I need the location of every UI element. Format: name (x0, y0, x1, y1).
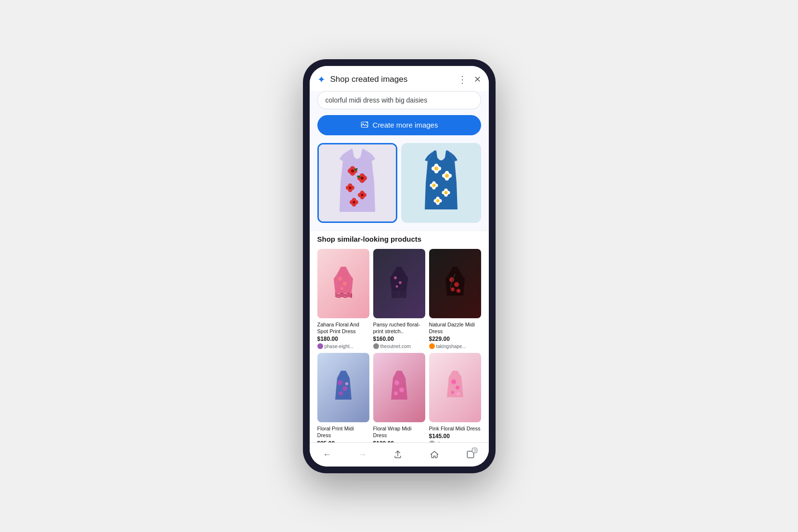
svg-point-43 (434, 167, 438, 170)
product-name-6: Pink Floral Midi Dress (429, 425, 481, 432)
svg-point-84 (339, 391, 343, 395)
products-grid: Zahara Floral And Spot Print Dress $180.… (310, 249, 489, 442)
svg-point-80 (451, 287, 455, 291)
dress-image-blue (401, 143, 481, 223)
product-name-1: Zahara Floral And Spot Print Dress (317, 321, 369, 335)
phone-screen: ✦ Shop created images ⋮ ✕ colorful midi … (310, 66, 489, 467)
product-name-3: Natural Dazzle Midi Dress (429, 321, 481, 335)
svg-point-65 (444, 191, 447, 194)
forward-button[interactable]: → (354, 448, 370, 462)
product-card-5[interactable]: Floral Wrap Midi Dress $120.00 store... (373, 353, 425, 442)
svg-point-87 (399, 388, 404, 392)
product-price-1: $180.00 (317, 336, 369, 342)
product-card-1[interactable]: Zahara Floral And Spot Print Dress $180.… (317, 249, 369, 350)
product-price-3: $229.00 (429, 336, 481, 342)
product-card-2[interactable]: Pansy ruched floral-print stretch.. $160… (373, 249, 425, 350)
share-icon (393, 450, 403, 459)
svg-point-74 (340, 287, 343, 290)
search-input[interactable]: colorful midi dress with big daisies (317, 91, 481, 109)
svg-point-86 (394, 380, 399, 385)
create-more-images-button[interactable]: Create more images (317, 115, 481, 135)
bottom-nav: ← → (310, 442, 489, 467)
svg-point-89 (451, 379, 456, 384)
product-price-6: $145.00 (429, 433, 481, 440)
tabs-button[interactable]: 3 (462, 448, 479, 461)
product-source-1: phase-eight... (317, 343, 369, 349)
svg-point-79 (454, 282, 459, 287)
svg-point-53 (445, 174, 449, 178)
close-button[interactable]: ✕ (474, 74, 481, 85)
svg-point-7 (351, 169, 354, 172)
product-card-6[interactable]: Pink Floral Midi Dress $145.00 shop... (429, 353, 481, 442)
product-source-2: theoutnet.com (373, 343, 425, 349)
image-card-2[interactable] (401, 143, 481, 223)
svg-point-25 (361, 194, 363, 196)
svg-point-88 (394, 391, 398, 395)
svg-point-83 (342, 386, 347, 391)
svg-point-73 (343, 282, 347, 285)
svg-point-13 (361, 177, 364, 180)
forward-icon: → (358, 450, 366, 460)
product-image-2 (373, 249, 425, 318)
svg-point-76 (399, 281, 402, 284)
svg-point-81 (457, 289, 460, 293)
svg-point-1 (362, 123, 363, 124)
header: ✦ Shop created images ⋮ ✕ (310, 66, 489, 91)
product-name-2: Pansy ruched floral-print stretch.. (373, 321, 425, 335)
similar-products-section: Shop similar-looking products (310, 231, 489, 442)
svg-point-91 (451, 391, 454, 394)
svg-point-19 (349, 186, 351, 189)
outnet-icon (373, 343, 379, 349)
phase-eight-icon (317, 343, 323, 349)
create-image-icon (360, 121, 369, 130)
dress-svg-1 (336, 144, 379, 221)
svg-point-85 (345, 382, 348, 385)
product-name-4: Floral Print Midi Dress (317, 425, 369, 439)
svg-point-77 (396, 285, 398, 287)
product-source-3: takingshape... (429, 343, 481, 349)
home-button[interactable] (426, 448, 443, 461)
tabs-count: 3 (472, 448, 477, 453)
product-image-1 (317, 249, 369, 318)
home-icon (430, 450, 439, 459)
product-image-5 (373, 353, 425, 422)
header-title: Shop created images (330, 75, 458, 84)
tabs-badge: 3 (466, 450, 475, 459)
back-icon: ← (323, 450, 331, 460)
svg-point-75 (394, 276, 397, 279)
more-options-button[interactable]: ⋮ (458, 74, 467, 85)
svg-point-71 (436, 199, 439, 202)
phone-frame: ✦ Shop created images ⋮ ✕ colorful midi … (303, 59, 496, 473)
product-image-6 (429, 353, 481, 422)
svg-point-90 (456, 386, 459, 389)
image-grid (310, 143, 489, 231)
svg-point-72 (338, 277, 342, 281)
svg-point-31 (353, 201, 355, 203)
share-button[interactable] (389, 448, 406, 461)
svg-point-82 (338, 380, 342, 385)
product-card-3[interactable]: Natural Dazzle Midi Dress $229.00 taking… (429, 249, 481, 350)
product-card-4[interactable]: Floral Print Midi Dress $95.00 shop... (317, 353, 369, 442)
product-image-3 (429, 249, 481, 318)
dress-svg-2 (422, 147, 460, 219)
create-button-label: Create more images (373, 121, 438, 129)
screen-content: ✦ Shop created images ⋮ ✕ colorful midi … (310, 66, 489, 442)
svg-point-92 (457, 392, 460, 396)
dress-image-lavender (319, 144, 396, 221)
takingshape-icon (429, 343, 435, 349)
back-button[interactable]: ← (319, 448, 335, 462)
search-value: colorful midi dress with big daisies (326, 96, 428, 104)
section-title: Shop similar-looking products (310, 231, 489, 249)
svg-point-59 (432, 183, 435, 187)
ai-sparkle-icon: ✦ (317, 74, 326, 85)
product-image-4 (317, 353, 369, 422)
image-card-1[interactable] (317, 143, 397, 223)
product-price-2: $160.00 (373, 336, 425, 342)
product-name-5: Floral Wrap Midi Dress (373, 425, 425, 439)
